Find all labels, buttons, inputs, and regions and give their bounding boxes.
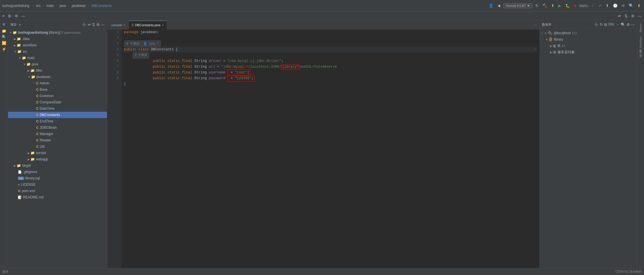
refresh-icon[interactable]: ↻ bbox=[534, 3, 540, 8]
tree-item-workflow[interactable]: ▶ 📁 .workflow bbox=[8, 42, 107, 48]
db-item-server-objects[interactable]: ▶ ⚙ 服务器对象 bbox=[540, 49, 637, 55]
tables-count: 10 bbox=[562, 44, 565, 48]
align-icon[interactable]: ⇌ bbox=[617, 13, 622, 19]
person-icon[interactable]: 👤 bbox=[488, 3, 494, 8]
tree-item-java[interactable]: ▼ 📁 java bbox=[8, 61, 107, 67]
tree-item-license[interactable]: ≡ LICENSE bbox=[8, 181, 107, 188]
db-table-icon[interactable]: ⊞ bbox=[604, 22, 607, 27]
db-add-icon[interactable]: ➕ bbox=[594, 22, 599, 27]
tree-item-datetime[interactable]: C DateTime bbox=[8, 105, 107, 112]
file-tree: ▼ 📁 tushuguanlixitong [library] E:\gitee… bbox=[8, 29, 107, 268]
git-push-icon[interactable]: ✔ bbox=[597, 3, 603, 8]
filter-folder-icon: 📁 bbox=[30, 69, 35, 73]
tree-item-admin[interactable]: C Admin bbox=[8, 80, 107, 86]
breadcrumb-java: java bbox=[60, 4, 66, 8]
tree-item-root[interactable]: ▼ 📁 tushuguanlixitong [library] E:\gitee… bbox=[8, 29, 107, 36]
db-item-library[interactable]: ▼ 🗄 library bbox=[540, 36, 637, 43]
toolbar-settings-icon[interactable]: ⚙ bbox=[630, 13, 636, 19]
tree-item-endtime[interactable]: C EndTime bbox=[8, 118, 107, 124]
db-arrow-icon[interactable]: → bbox=[616, 22, 620, 27]
left-icon-5[interactable]: ⚡ bbox=[2, 47, 6, 51]
tree-item-pomxml[interactable]: ⚙ pom.xml bbox=[8, 188, 107, 194]
tree-item-gitignore[interactable]: 📄 .gitignore bbox=[8, 169, 107, 175]
left-icon-2[interactable]: 📁 bbox=[2, 29, 6, 33]
usage-hint[interactable]: 8 个用法 👤 you * bbox=[124, 40, 161, 47]
maven-vtab[interactable]: Maven bbox=[639, 22, 643, 34]
db-item-tables[interactable]: ▶ ⊞ 表 10 bbox=[540, 43, 637, 49]
left-icon-1[interactable]: ≡ bbox=[3, 22, 5, 27]
dbconstants-tab-close[interactable]: ✕ bbox=[162, 24, 164, 27]
tree-item-javabean[interactable]: ▼ 📁 javabean bbox=[8, 74, 107, 80]
tree-item-readme[interactable]: 📝 README.md bbox=[8, 194, 107, 200]
panel-close-icon[interactable]: — bbox=[101, 22, 105, 27]
sort-icon[interactable]: ⇅ bbox=[623, 13, 629, 19]
panel-sort-icon[interactable]: ⇅ bbox=[92, 22, 95, 27]
tree-item-main[interactable]: ▼ 📁 main bbox=[8, 55, 107, 61]
tree-item-manager[interactable]: C Manager bbox=[8, 131, 107, 137]
db-item-localhost[interactable]: ✓ ▼ 🔌 @localhost 1/11 bbox=[540, 30, 637, 36]
search-icon[interactable]: 🔍 bbox=[628, 3, 635, 8]
db-settings-icon[interactable]: ⚙ bbox=[626, 22, 630, 27]
db-minimize-icon[interactable]: — bbox=[631, 22, 635, 27]
tomcat-dropdown-icon[interactable]: ▼ bbox=[527, 4, 530, 7]
tree-item-librarysql[interactable]: SQL library.sql bbox=[8, 175, 107, 181]
db-search-icon[interactable]: 🔍 bbox=[621, 22, 625, 27]
tree-item-filter[interactable]: ▶ 📁 filter bbox=[8, 67, 107, 74]
code-content[interactable]: package javabean; 8 个用法 👤 you * public c… bbox=[122, 29, 539, 268]
tree-item-common[interactable]: C Common bbox=[8, 93, 107, 99]
db-refresh-icon[interactable]: ↻ bbox=[600, 22, 603, 27]
tree-item-target[interactable]: ▶ 📁 target bbox=[8, 162, 107, 169]
tomcat-button[interactable]: Tomcat 9.0.87 ▼ bbox=[503, 3, 532, 8]
git-branch-icon[interactable]: ⬆ bbox=[605, 3, 610, 8]
base-java-icon: C bbox=[36, 88, 39, 91]
db-ddl-icon[interactable]: DDL bbox=[608, 22, 615, 27]
back-icon[interactable]: ◀ bbox=[496, 3, 501, 8]
undo-icon[interactable]: ↺ bbox=[620, 3, 626, 8]
csdn-link[interactable]: CSDN 码工取经解析 bbox=[616, 270, 642, 274]
tree-item-jdbcbean[interactable]: C JDBCBean bbox=[8, 124, 107, 131]
target-folder-icon: 📁 bbox=[17, 164, 21, 168]
update-icon[interactable]: ⬆ bbox=[550, 3, 555, 8]
tab-console[interactable]: console ✕ bbox=[108, 21, 129, 29]
left-icon-3[interactable]: 🔍 bbox=[2, 35, 6, 39]
ai-assistant-vtab[interactable]: AI Assistant bbox=[639, 35, 643, 53]
panel-align-icon[interactable]: ⇌ bbox=[88, 22, 91, 27]
tree-item-base[interactable]: C Base bbox=[8, 86, 107, 93]
vtab-3[interactable]: 通知 bbox=[638, 54, 643, 57]
common-java-icon: C bbox=[36, 94, 39, 98]
history-icon[interactable]: 🕐 bbox=[612, 3, 619, 8]
tree-item-reader[interactable]: C Reader bbox=[8, 137, 107, 143]
tree-item-webapp[interactable]: ▶ 📁 webapp bbox=[8, 156, 107, 162]
code-line-4: public static final String driver = "com… bbox=[124, 58, 537, 64]
breadcrumb-main: main bbox=[46, 4, 54, 8]
filter-label: filter bbox=[36, 69, 107, 73]
tree-item-servlet[interactable]: ▶ 📁 servlet bbox=[8, 150, 107, 156]
tree-item-dbconstants[interactable]: C DBConstants bbox=[8, 112, 107, 118]
update2-icon[interactable]: ⬆ bbox=[636, 3, 642, 8]
tree-item-util[interactable]: C Util bbox=[8, 143, 107, 150]
layout-icon[interactable]: ⊞ bbox=[7, 13, 12, 19]
run-icon[interactable]: ▶ bbox=[557, 3, 562, 8]
menu-icon[interactable]: ≡ bbox=[1, 13, 6, 19]
library-schema-icon: 🗄 bbox=[549, 37, 553, 42]
panel-gear-icon[interactable]: ⚙ bbox=[96, 22, 100, 27]
editor-tab-menu-icon[interactable]: ⋯ bbox=[534, 23, 537, 27]
git-check-icon[interactable]: ✓ bbox=[590, 3, 596, 8]
tree-item-idea[interactable]: ▶ 📁 .idea bbox=[8, 36, 107, 42]
toolbar-minimize2-icon[interactable]: — bbox=[637, 13, 643, 19]
minimize-icon[interactable]: — bbox=[20, 13, 26, 19]
tree-item-comparedate[interactable]: C CompareDate bbox=[8, 99, 107, 105]
debug-icon[interactable]: 🐛 bbox=[564, 3, 571, 8]
tab-dbconstants[interactable]: C DBConstants.java ✕ bbox=[129, 21, 167, 29]
workflow-label: .workflow bbox=[22, 43, 107, 47]
vtab-4[interactable]: 提交 bbox=[638, 58, 643, 61]
tree-item-src[interactable]: ▼ 📁 src bbox=[8, 48, 107, 55]
left-icon-4[interactable]: 🔀 bbox=[2, 41, 6, 45]
build-icon[interactable]: 🔨 bbox=[541, 3, 548, 8]
settings-icon[interactable]: ⚙ bbox=[14, 13, 19, 19]
servlet-folder-icon: 📁 bbox=[30, 151, 35, 155]
stop-icon[interactable]: ■ bbox=[573, 3, 577, 8]
console-tab-close[interactable]: ✕ bbox=[123, 23, 126, 26]
breadcrumb-dbconstants: DBConstants bbox=[91, 4, 112, 8]
panel-add-icon[interactable]: ➕ bbox=[82, 22, 87, 27]
